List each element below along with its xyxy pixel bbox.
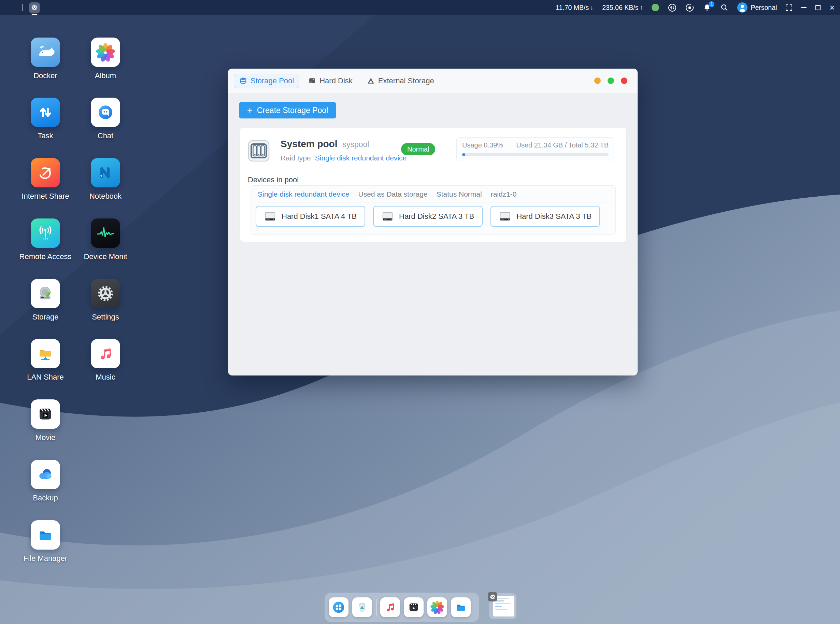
transfer-icon[interactable] — [668, 3, 676, 12]
desktop-app-docker[interactable]: Docker — [11, 37, 80, 80]
file-manager-folder-icon — [31, 520, 60, 550]
pool-status-badge: Normal — [401, 143, 435, 155]
hard-disk-icon — [308, 77, 316, 85]
devices-box: Single disk redundant device Used as Dat… — [250, 185, 616, 235]
desktop-app-settings[interactable]: Settings — [71, 279, 140, 321]
update-icon[interactable] — [686, 3, 694, 12]
dock — [324, 593, 479, 622]
devices-section-title: Devices in pool — [248, 176, 299, 184]
status-dot-icon[interactable] — [652, 4, 659, 11]
desktop-app-label: Device Monit — [83, 252, 127, 261]
start-button[interactable] — [7, 3, 16, 12]
docker-whale-icon — [31, 37, 60, 67]
desktop-app-storage[interactable]: Storage — [11, 279, 80, 321]
down-arrow-icon: ↓ — [590, 4, 593, 11]
desktop-app-label: Task — [37, 131, 53, 140]
desktop-app-label: Internet Share — [22, 192, 69, 201]
desktop-app-label: LAN Share — [27, 373, 64, 382]
desktop-app-label: Album — [95, 71, 116, 80]
lan-share-folder-icon — [31, 339, 60, 368]
avatar — [737, 2, 747, 12]
desktop-app-music[interactable]: Music — [71, 339, 140, 382]
devices-info-row: Single disk redundant device Used as Dat… — [251, 186, 615, 198]
close-button[interactable]: × — [829, 3, 835, 12]
desktop-app-task[interactable]: Task — [11, 97, 80, 140]
desktop-app-movie[interactable]: Movie — [11, 399, 80, 442]
desktop-app-label: Notebook — [90, 192, 122, 201]
desktop-app-internet-share[interactable]: Internet Share — [11, 158, 80, 201]
pool-title: System pool syspool — [281, 139, 369, 150]
dock-movie[interactable] — [404, 598, 423, 617]
dock-divider — [376, 599, 377, 616]
tab-label: Hard Disk — [320, 76, 353, 85]
disk-chip-1[interactable]: Hard Disk1 SATA 4 TB — [256, 206, 365, 227]
music-note-icon — [91, 339, 120, 368]
taskbar: 11.70 MB/s ↓ 235.06 KB/s ↑ — [0, 0, 840, 15]
pool-alias: syspool — [342, 140, 369, 149]
folder-icon — [454, 600, 468, 615]
desktop-app-file-manager[interactable]: File Manager — [11, 520, 80, 563]
minimize-light[interactable] — [594, 77, 601, 84]
desktop-app-backup[interactable]: Backup — [11, 460, 80, 502]
notebook-icon — [91, 158, 120, 187]
devices-raid-link[interactable]: Single disk redundant device — [258, 190, 349, 198]
user-menu[interactable]: Personal — [737, 2, 777, 12]
nas-pool-icon — [248, 140, 270, 162]
database-icon — [239, 77, 247, 85]
dock-app-launcher[interactable] — [329, 598, 349, 617]
chat-bubble-icon — [91, 97, 120, 127]
desktop-app-album[interactable]: Album — [71, 37, 140, 80]
raid-type-link[interactable]: Single disk redundant device — [315, 154, 407, 162]
external-drive-icon — [367, 77, 375, 85]
tab-hard-disk[interactable]: Hard Disk — [303, 74, 358, 88]
backup-cloud-icon — [31, 460, 60, 489]
desktop-app-lan-share[interactable]: LAN Share — [11, 339, 80, 382]
maximize-button[interactable] — [815, 5, 820, 10]
tab-label: Storage Pool — [250, 76, 294, 85]
desktop-app-notebook[interactable]: Notebook — [71, 158, 140, 201]
maximize-light[interactable] — [608, 77, 614, 84]
tab-label: External Storage — [378, 76, 434, 85]
music-note-icon — [383, 600, 397, 615]
dock-album[interactable] — [427, 598, 447, 617]
dock-trash[interactable] — [352, 598, 372, 617]
devices-raid-id: raidz1-0 — [491, 190, 517, 198]
settings-gear-badge-icon — [488, 592, 497, 601]
desktop-app-remote-access[interactable]: Remote Access — [11, 218, 80, 261]
up-arrow-icon: ↑ — [640, 4, 643, 11]
desktop-app-label: Music — [96, 373, 115, 382]
settings-gear-icon — [91, 279, 120, 308]
taskbar-divider — [22, 4, 23, 11]
close-light[interactable] — [621, 77, 627, 84]
desktop-app-device-monit[interactable]: Device Monit — [71, 218, 140, 261]
desktop-app-label: Docker — [34, 71, 57, 80]
tab-storage-pool[interactable]: Storage Pool — [234, 74, 300, 88]
notification-badge: 1 — [709, 2, 714, 7]
remote-access-antenna-icon — [31, 218, 60, 248]
app-launcher-icon — [331, 599, 346, 615]
dock-music[interactable] — [380, 598, 400, 617]
pool-name: System pool — [281, 139, 337, 150]
disk-chip-3[interactable]: Hard Disk3 SATA 3 TB — [491, 206, 600, 227]
minimize-button[interactable] — [801, 7, 806, 8]
create-storage-pool-button[interactable]: + Create Storage Pool — [239, 102, 336, 119]
movie-clapper-icon — [406, 600, 421, 615]
internet-share-icon — [31, 158, 60, 187]
search-icon[interactable] — [720, 3, 728, 12]
download-speed: 11.70 MB/s ↓ — [556, 4, 593, 12]
dock-file-manager[interactable] — [451, 598, 471, 617]
window-traffic-lights — [594, 77, 627, 84]
storage-disk-icon — [31, 279, 60, 308]
desktop: 11.70 MB/s ↓ 235.06 KB/s ↑ — [0, 0, 840, 624]
minimized-window-thumbnail[interactable] — [489, 593, 516, 619]
plus-icon: + — [247, 106, 253, 115]
desktop-app-label: Remote Access — [20, 252, 72, 261]
taskbar-settings-app-button[interactable] — [29, 2, 40, 13]
fullscreen-icon[interactable] — [786, 5, 792, 11]
notification-bell-icon[interactable]: 1 — [703, 3, 711, 12]
hdd-icon — [264, 211, 276, 222]
desktop-app-chat[interactable]: Chat — [71, 97, 140, 140]
disk-chip-2[interactable]: Hard Disk2 SATA 3 TB — [373, 206, 483, 227]
used-total-text: Used 21.34 GB / Total 5.32 TB — [516, 141, 608, 149]
tab-external-storage[interactable]: External Storage — [361, 74, 440, 88]
